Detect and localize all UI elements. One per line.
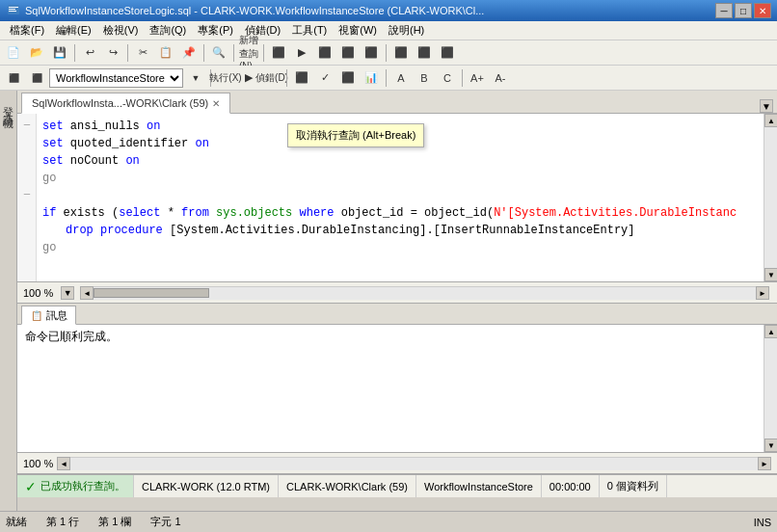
cut-btn[interactable]: ✂ [132, 42, 153, 64]
code-line-8: go [42, 239, 758, 256]
zoom-controls: ▼ [61, 286, 74, 300]
btn2[interactable]: ⬛ [268, 42, 289, 64]
search-btn[interactable]: 🔍 [208, 42, 229, 64]
results-hscroll-left[interactable]: ◄ [57, 457, 70, 470]
menu-tools[interactable]: 工具(T) [286, 21, 333, 40]
hscroll-right[interactable]: ► [756, 286, 769, 300]
display-btn[interactable]: 📊 [361, 67, 382, 89]
execute-btn[interactable]: 執行(X) [215, 67, 236, 89]
tab-close-btn[interactable]: ✕ [212, 98, 220, 109]
menu-file[interactable]: 檔案(F) [4, 21, 50, 40]
open-btn[interactable]: 📂 [26, 42, 47, 64]
zoom-out-btn[interactable]: A- [490, 67, 511, 89]
results-zoom-label: 100 % [23, 458, 53, 469]
tab-label: SqlWorkflowInsta...-WORK\Clark (59) [32, 97, 208, 109]
minimize-button[interactable]: ─ [715, 3, 733, 18]
status-connection: CLARK-WORK\Clark (59) [279, 475, 416, 497]
btn9[interactable]: ⬛ [437, 42, 458, 64]
sql-btn3[interactable]: ▼ [185, 67, 206, 89]
btn6[interactable]: ⬛ [361, 42, 382, 64]
btn3[interactable]: ▶ [291, 42, 312, 64]
scroll-down-btn[interactable]: ▼ [764, 268, 777, 281]
menu-view[interactable]: 檢視(V) [97, 21, 145, 40]
status-server: CLARK-WORK (12.0 RTM) [134, 475, 279, 497]
menu-project[interactable]: 專案(P) [192, 21, 239, 40]
debug-btn[interactable]: 偵錯(D) [261, 67, 282, 89]
app-icon [6, 3, 21, 18]
paste-btn[interactable]: 📌 [178, 42, 200, 64]
sql-b-btn[interactable]: B [414, 67, 435, 89]
menu-edit[interactable]: 編輯(E) [50, 21, 97, 40]
collapse-1[interactable]: ─ [17, 116, 37, 133]
window-controls: ─ □ ✕ [715, 3, 771, 18]
btn8[interactable]: ⬛ [414, 42, 435, 64]
scroll-up-btn[interactable]: ▲ [764, 114, 777, 127]
debug-label: 偵錯(D) [255, 71, 288, 85]
copy-btn[interactable]: 📋 [155, 42, 176, 64]
menu-help[interactable]: 說明(H) [383, 21, 430, 40]
sql-a-btn[interactable]: A [390, 67, 412, 89]
editor-hscroll[interactable]: ◄ ► [80, 286, 769, 300]
collapse-2[interactable]: ─ [17, 185, 37, 202]
sep4 [233, 44, 234, 62]
status-char: 字元 1 [150, 515, 180, 529]
results-hscroll-track[interactable] [70, 458, 758, 470]
parse-btn[interactable]: ⬛ [337, 67, 359, 89]
btn4[interactable]: ⬛ [314, 42, 335, 64]
status-row: 第 1 行 [46, 515, 79, 529]
editor-tab[interactable]: SqlWorkflowInsta...-WORK\Clark (59) ✕ [21, 93, 230, 114]
results-hscroll-right[interactable]: ► [758, 457, 771, 470]
sep8 [286, 69, 287, 87]
results-scroll-track[interactable] [764, 338, 777, 439]
zoom-decrease[interactable]: ▼ [61, 286, 74, 300]
status-time: 00:00:00 [542, 475, 600, 497]
status-mode: INS [754, 517, 771, 528]
messages-icon: 📋 [30, 308, 43, 322]
status-success-text: 已成功執行查詢。 [40, 479, 125, 493]
status-rows: 0 個資料列 [600, 475, 667, 497]
editor-tab-bar: SqlWorkflowInsta...-WORK\Clark (59) ✕ ▼ [17, 91, 777, 114]
results-footer: 100 % ◄ ► [17, 453, 777, 474]
sep10 [462, 69, 463, 87]
btn7[interactable]: ⬛ [390, 42, 412, 64]
zoom-in-btn[interactable]: A+ [467, 67, 488, 89]
results-message-area: 命令已順利完成。 [17, 325, 764, 452]
hscroll-left[interactable]: ◄ [80, 286, 94, 300]
save-btn[interactable]: 💾 [49, 42, 70, 64]
svg-rect-2 [9, 9, 15, 10]
new-query-btn[interactable]: 📄 [3, 42, 24, 64]
sql-btn2[interactable]: ⬛ [26, 67, 47, 89]
undo-btn[interactable]: ↩ [79, 42, 100, 64]
database-combo[interactable]: WorkflowInstanceStore [49, 68, 183, 88]
bottom-status-bar: 就緒 第 1 行 第 1 欄 字元 1 INS [0, 511, 777, 532]
scroll-track[interactable] [764, 127, 777, 268]
sql-c-btn[interactable]: C [437, 67, 458, 89]
window-title: SqlWorkflowInstanceStoreLogic.sql - CLAR… [25, 5, 715, 16]
menu-window[interactable]: 視窗(W) [333, 21, 383, 40]
stop-btn[interactable]: ⬛ [291, 67, 312, 89]
tooltip-text: 取消執行查詢 (Alt+Break) [296, 129, 415, 141]
close-button[interactable]: ✕ [754, 3, 771, 18]
results-scroll-down[interactable]: ▼ [764, 439, 777, 452]
editor-hscrollbar-area: 100 % ▼ ◄ ► [17, 282, 777, 304]
results-vscrollbar: ▲ ▼ [764, 325, 777, 452]
btn1[interactable]: 新增查詢(N) [238, 42, 259, 64]
results-tab-label: 訊息 [46, 308, 67, 323]
maximize-button[interactable]: □ [735, 3, 752, 18]
status-success-item: ✓ 已成功執行查詢。 [17, 475, 134, 497]
status-col: 第 1 欄 [98, 515, 131, 529]
redo-btn[interactable]: ↪ [102, 42, 123, 64]
sql-btn1[interactable]: ⬛ [3, 67, 24, 89]
sep5 [263, 44, 264, 62]
results-tab-messages[interactable]: 📋 訊息 [21, 306, 76, 325]
toolbar-sql: ⬛ ⬛ WorkflowInstanceStore ▼ 執行(X) ▶ 偵錯(D… [0, 66, 777, 91]
sep2 [127, 44, 128, 62]
tab-scroll-right[interactable]: ▼ [760, 99, 773, 113]
results-hscroll[interactable]: ◄ ► [57, 457, 771, 470]
btn5[interactable]: ⬛ [337, 42, 359, 64]
check-btn[interactable]: ✓ [314, 67, 335, 89]
menu-query[interactable]: 查詢(Q) [144, 21, 192, 40]
sep6 [386, 44, 387, 62]
results-scroll-up[interactable]: ▲ [764, 325, 777, 338]
hscroll-track[interactable] [94, 287, 756, 300]
